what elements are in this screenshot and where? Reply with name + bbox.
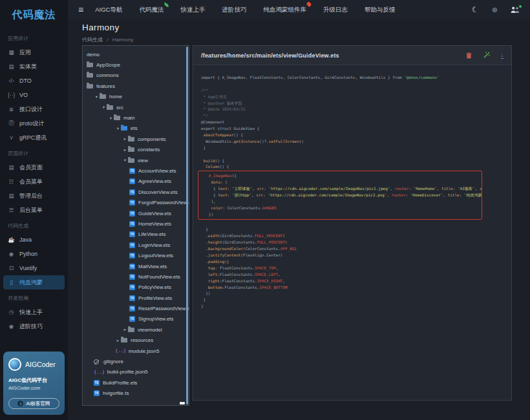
sidebar-item-vuetify[interactable]: ⊡Vuetify: [3, 261, 65, 275]
tree-item[interactable]: TSAgreeView.ets: [83, 176, 189, 187]
topnav-item-纯血鸿蒙组件库[interactable]: 纯血鸿蒙组件库: [263, 6, 306, 14]
sidebar-item-java[interactable]: ☕Java: [3, 233, 65, 247]
code-line: .justifyContent(FlexAlign.Center): [201, 252, 511, 258]
ts-file-icon: TS: [129, 284, 135, 290]
tree-item[interactable]: ▾home: [83, 92, 189, 102]
sidebar-item-api-design[interactable]: ≣接口设计: [3, 102, 65, 116]
tree-item[interactable]: TSMallView.ets: [83, 261, 189, 271]
tree-item[interactable]: ▾ets: [83, 123, 189, 134]
sidebar-item-quick-start[interactable]: ◷快速上手: [3, 305, 65, 319]
chevron-right-icon[interactable]: ▸: [122, 327, 128, 332]
chevron-down-icon[interactable]: ▾: [108, 116, 114, 121]
tree-item[interactable]: TSBuildProfile.ets: [83, 377, 189, 388]
sidebar-item-vo[interactable]: {··}VO: [3, 88, 65, 102]
chevron-down-icon[interactable]: ▾: [101, 105, 107, 110]
tree-item[interactable]: TSResetPasswordView.ets: [83, 303, 189, 313]
chevron-right-icon[interactable]: ▸: [122, 136, 128, 142]
breadcrumb: 代码生成 / Harmony: [82, 36, 133, 43]
tree-horizontal-scrollbar[interactable]: [180, 402, 185, 404]
tree-item[interactable]: TSLogoutView.ets: [83, 250, 189, 260]
sidebar-item-label: 接口设计: [19, 105, 43, 114]
tree-item-label: ForgotPasswordView.ets: [138, 200, 189, 205]
ts-file-icon: TS: [129, 168, 135, 174]
topnav-item-升级日志[interactable]: 升级日志: [323, 6, 348, 14]
code-line: A_ImageNav({: [202, 173, 482, 179]
tree-item[interactable]: ▾src: [83, 102, 189, 112]
sidebar-item-app[interactable]: ▦应用: [3, 45, 65, 59]
topnav-item-帮助与反馈[interactable]: 帮助与反馈: [365, 6, 396, 14]
tree-item[interactable]: TSGuideView.ets: [83, 208, 189, 218]
sidebar-item-admin-console[interactable]: ▤管理后台: [3, 189, 65, 203]
topnav-item-进阶技巧[interactable]: 进阶技巧: [222, 6, 246, 14]
chevron-right-icon[interactable]: ▸: [122, 147, 128, 152]
sidebar-item-harmony[interactable]: ▯纯血鸿蒙: [3, 275, 65, 289]
chevron-right-icon[interactable]: ▸: [115, 338, 121, 343]
dark-mode-icon[interactable]: ☾: [472, 5, 479, 14]
tree-item[interactable]: features: [83, 81, 189, 91]
tree-item[interactable]: {..}module.json5: [83, 346, 189, 356]
code-line: aboutToAppear() {: [201, 132, 511, 138]
delete-file-icon[interactable]: [466, 52, 472, 59]
tree-item-label: view: [138, 158, 148, 163]
topnav-item-AIGC导航[interactable]: AIGC导航: [95, 6, 122, 14]
sidebar-item-member-menu[interactable]: ☷会员菜单: [3, 174, 65, 189]
tree-item[interactable]: ▸constants: [83, 145, 189, 155]
tree-item[interactable]: TSForgotPasswordView.ets: [83, 197, 189, 207]
tree-item[interactable]: TSLoginView.ets: [83, 240, 189, 250]
tree-item[interactable]: ▸components: [83, 134, 189, 144]
sidebar-item-proto-design[interactable]: Ⓟproto设计: [3, 116, 65, 131]
ts-file-icon: TS: [129, 264, 135, 269]
sidebar-item-label: 会员菜单: [19, 178, 43, 186]
app-logo[interactable]: 代码魔法: [0, 0, 68, 30]
globe-icon[interactable]: ⊕: [492, 6, 498, 14]
topnav-item-快速上手[interactable]: 快速上手: [180, 6, 205, 14]
download-icon[interactable]: ↓: [501, 52, 504, 59]
tree-item[interactable]: .gitignore: [83, 356, 189, 366]
tree-item[interactable]: TSNotFoundView.ets: [83, 271, 189, 282]
sidebar-item-dto[interactable]: ‹/›DTO: [3, 74, 65, 88]
tree-item[interactable]: AppScope: [83, 59, 189, 70]
hamburger-menu-icon[interactable]: ≡: [78, 5, 83, 14]
magic-wand-icon[interactable]: [483, 52, 490, 59]
sidebar-item-python[interactable]: ◉Python: [3, 247, 65, 261]
tree-item[interactable]: ▾view: [83, 155, 189, 165]
tree-item[interactable]: TSPolicyView.ets: [83, 282, 189, 293]
chevron-down-icon[interactable]: ▾: [115, 126, 121, 131]
tree-item[interactable]: {..}build-profile.json5: [83, 367, 189, 377]
sidebar-item-advanced-tips[interactable]: ◉进阶技巧: [3, 319, 65, 333]
code-line: */: [201, 112, 511, 119]
users-icon[interactable]: [511, 6, 520, 13]
code-line: color: ColorConstants.DANGER: [202, 205, 482, 211]
code-line: Column() {: [201, 163, 511, 170]
python-icon: ◉: [8, 251, 15, 257]
official-site-button[interactable]: i AI极客官网: [8, 398, 59, 409]
code-line: .width(GirdConstants.FULL_PERCENT): [201, 233, 511, 239]
tree-item[interactable]: commons: [83, 70, 189, 81]
code-line: { text: '立即体验', src: 'https://cdn.aigcod…: [202, 185, 482, 192]
chevron-down-icon[interactable]: ▾: [122, 158, 128, 163]
tree-item[interactable]: TSAccountView.ets: [83, 165, 189, 176]
tree-item-label: MallView.ets: [138, 264, 167, 269]
code-line: }: [201, 297, 511, 303]
breadcrumb-root[interactable]: 代码生成: [82, 37, 103, 43]
sidebar-item-entity[interactable]: ▤实体类: [3, 59, 65, 74]
tree-item[interactable]: TSLifeView.ets: [83, 229, 189, 240]
tree-item[interactable]: TSSignupView.ets: [83, 314, 189, 324]
chevron-down-icon[interactable]: ▾: [94, 94, 100, 100]
tree-item[interactable]: ▸resources: [83, 335, 189, 346]
tree-item[interactable]: ▾main: [83, 112, 189, 123]
tree-item-label: DiscoverView.ets: [138, 189, 178, 195]
tree-item[interactable]: TShvigorfile.ts: [83, 388, 189, 399]
ts-file-icon: TS: [129, 178, 135, 184]
tree-vertical-scrollbar[interactable]: [186, 47, 188, 404]
tree-item[interactable]: TSHomeView.ets: [83, 218, 189, 229]
tree-item[interactable]: ▸viewmodel: [83, 324, 189, 335]
tree-item[interactable]: demo: [83, 49, 189, 59]
tree-item[interactable]: TSDiscoverView.ets: [83, 187, 189, 197]
tree-item[interactable]: TSProfileView.ets: [83, 293, 189, 303]
sidebar-item-grpc[interactable]: ⋎gRPC通讯: [3, 131, 65, 145]
sidebar-item-member-pages[interactable]: ▤会员页面: [3, 160, 65, 174]
folder-icon: [114, 116, 120, 120]
sidebar-item-admin-menu[interactable]: ☰后台菜单: [3, 203, 65, 217]
topnav-item-代码魔法[interactable]: 代码魔法: [139, 6, 164, 14]
